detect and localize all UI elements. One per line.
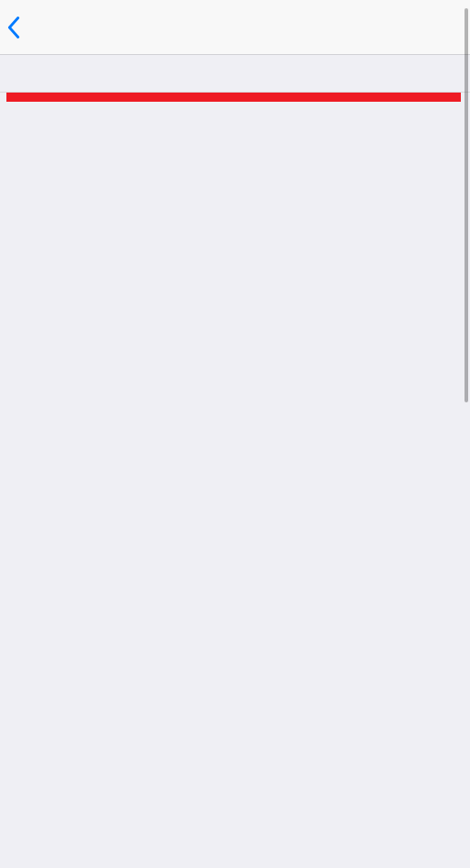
annotation-highlight [6,93,461,102]
options-list [0,92,470,93]
scrollbar[interactable] [465,8,468,402]
nav-bar [0,0,470,55]
group-spacer [0,55,470,92]
back-button[interactable] [7,16,24,38]
chevron-left-icon [7,16,20,38]
